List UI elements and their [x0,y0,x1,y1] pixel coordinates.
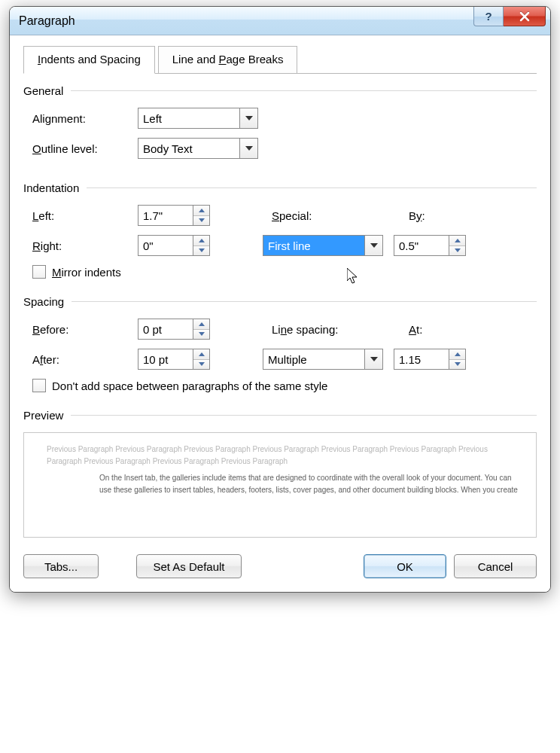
preview-box: Previous Paragraph Previous Paragraph Pr… [23,432,537,538]
before-spinner[interactable]: 0 pt [138,319,210,340]
outline-combo[interactable]: Body Text [138,138,258,159]
divider [71,415,537,416]
group-preview: Preview Previous Paragraph Previous Para… [23,409,537,538]
alignment-label: Alignment: [32,112,138,125]
spin-up-icon[interactable] [449,349,465,360]
spin-up-icon[interactable] [193,349,209,360]
spin-up-icon[interactable] [193,319,209,330]
special-value: First line [263,236,364,255]
indent-right-spinner[interactable]: 0" [138,235,210,256]
spin-up-icon[interactable] [449,236,465,246]
indent-left-value: 1.7" [138,206,193,225]
at-label: At: [409,323,422,336]
at-spinner[interactable]: 1.15 [394,349,466,370]
close-button[interactable] [504,7,546,26]
help-button[interactable]: ? [473,7,504,26]
preview-dark-text: On the Insert tab, the galleries include… [99,472,522,496]
cancel-button[interactable]: Cancel [454,554,537,578]
divider [71,90,537,91]
divider [72,301,537,302]
at-value: 1.15 [394,349,449,369]
after-spinner[interactable]: 10 pt [138,349,210,370]
window-title: Paragraph [19,14,75,28]
titlebar[interactable]: Paragraph ? [10,7,550,35]
group-header-label: General [23,84,63,97]
linespacing-value: Multiple [263,349,364,369]
special-combo[interactable]: First line [263,235,383,256]
tab-line-page-breaks[interactable]: Line and Page Breaks [158,46,298,73]
tab-strip: Indents and Spacing Line and Page Breaks [23,46,537,74]
linespacing-label: Line spacing: [272,323,400,336]
svg-text:?: ? [485,11,492,23]
special-label: Special: [272,209,400,222]
indent-left-spinner[interactable]: 1.7" [138,205,210,226]
dialog-buttons: Tabs... Set As Default OK Cancel [23,554,537,578]
spin-down-icon[interactable] [193,360,209,370]
spin-down-icon[interactable] [449,360,465,370]
spin-down-icon[interactable] [193,216,209,226]
spin-up-icon[interactable] [193,236,209,246]
group-header-label: Preview [23,409,63,422]
dropdown-icon[interactable] [364,349,382,369]
paragraph-dialog: Paragraph ? Indents and Spacing Line and… [9,6,551,593]
dropdown-icon[interactable] [239,139,257,158]
dropdown-icon[interactable] [364,236,382,255]
dropdown-icon[interactable] [239,108,257,128]
indent-right-label: Right: [32,239,138,252]
after-value: 10 pt [138,349,193,369]
divider [87,187,537,188]
spin-down-icon[interactable] [193,246,209,256]
outline-value: Body Text [138,139,239,158]
tabs-button[interactable]: Tabs... [23,554,99,578]
group-header-label: Spacing [23,295,64,308]
spin-down-icon[interactable] [449,246,465,256]
preview-grey-text: Previous Paragraph Previous Paragraph Pr… [47,444,522,468]
alignment-combo[interactable]: Left [138,108,258,129]
group-header-label: Indentation [23,181,79,194]
tab-indents-spacing[interactable]: Indents and Spacing [23,46,155,74]
by-label: By: [409,209,425,222]
dont-add-space-checkbox[interactable] [32,379,46,392]
dont-add-space-label: Don't add space between paragraphs of th… [52,380,327,392]
indent-right-value: 0" [138,236,193,255]
alignment-value: Left [138,108,239,128]
mirror-indents-checkbox[interactable] [32,265,46,279]
group-indentation: Indentation Left: 1.7" Special: By: Righ… [23,181,537,279]
ok-button[interactable]: OK [364,554,446,578]
linespacing-combo[interactable]: Multiple [263,349,383,370]
group-general: General Alignment: Left Outline level: B… [23,84,537,159]
cursor-icon [347,268,361,286]
spin-up-icon[interactable] [193,206,209,216]
after-label: After: [32,353,138,366]
tab-label: Line and Page Breaks [172,53,284,66]
set-default-button[interactable]: Set As Default [136,554,242,578]
tab-label: Indents and Spacing [38,53,141,66]
by-spinner[interactable]: 0.5" [394,235,466,256]
group-spacing: Spacing Before: 0 pt Line spacing: At: A… [23,295,537,392]
before-label: Before: [32,323,138,336]
by-value: 0.5" [394,236,449,255]
spin-down-icon[interactable] [193,330,209,340]
indent-left-label: Left: [32,209,138,222]
mirror-indents-label: Mirror indents [52,266,121,279]
outline-label: Outline level: [32,142,138,155]
before-value: 0 pt [138,319,193,339]
